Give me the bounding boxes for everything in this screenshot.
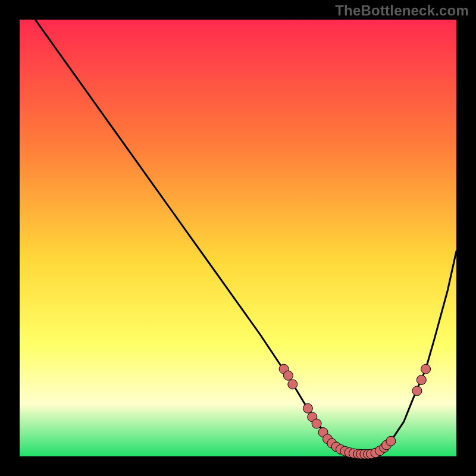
chart-svg	[0, 0, 476, 476]
data-point	[312, 419, 321, 428]
data-point	[412, 386, 422, 396]
data-point	[416, 375, 426, 385]
data-point	[421, 364, 431, 374]
watermark-text: TheBottleneck.com	[335, 2, 469, 19]
data-point	[288, 380, 298, 389]
plot-background	[20, 20, 456, 456]
data-point	[386, 436, 396, 446]
data-point	[283, 371, 293, 380]
data-point	[303, 403, 312, 413]
chart-stage: TheBottleneck.com	[0, 0, 476, 476]
